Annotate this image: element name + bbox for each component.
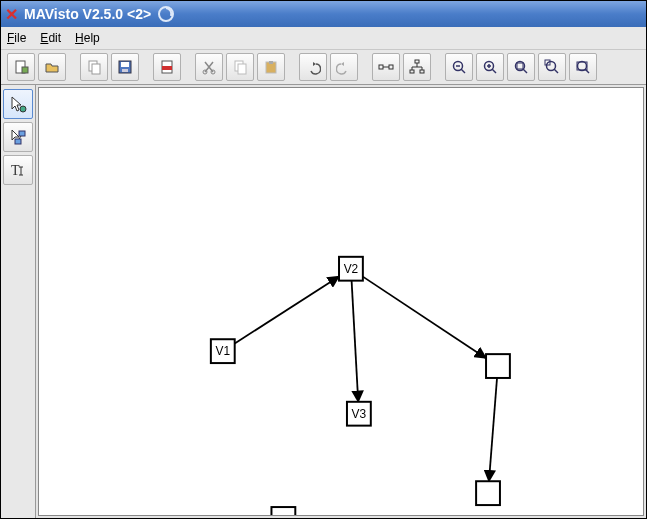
edge-tool-button[interactable]	[3, 122, 33, 152]
svg-rect-31	[517, 63, 523, 69]
menu-edit[interactable]: Edit	[40, 31, 61, 45]
graph-canvas[interactable]: V1V2V3	[38, 87, 644, 516]
graph-node[interactable]: V1	[211, 339, 235, 363]
svg-rect-51	[271, 507, 295, 516]
app-logo-icon	[157, 5, 175, 23]
new-button[interactable]	[7, 53, 35, 81]
svg-rect-4	[92, 64, 100, 74]
window-title: MAVisto V2.5.0 <2>	[24, 6, 151, 22]
svg-rect-19	[415, 60, 419, 63]
svg-line-26	[492, 69, 496, 73]
svg-text:T: T	[11, 163, 20, 178]
svg-rect-21	[420, 70, 424, 73]
pdf-button[interactable]	[153, 53, 181, 81]
text-tool-button[interactable]: T	[3, 155, 33, 185]
svg-rect-13	[238, 64, 246, 74]
svg-rect-7	[122, 69, 128, 72]
paste-button[interactable]	[257, 53, 285, 81]
svg-rect-16	[379, 65, 383, 69]
graph-edge[interactable]	[363, 277, 486, 359]
zoom-fit-button[interactable]	[538, 53, 566, 81]
svg-rect-2	[22, 67, 28, 73]
svg-point-38	[20, 106, 26, 112]
zoom-full-button[interactable]	[569, 53, 597, 81]
svg-rect-39	[19, 131, 25, 136]
select-tool-button[interactable]	[3, 89, 33, 119]
titlebar[interactable]: ✕ MAVisto V2.5.0 <2>	[1, 1, 646, 27]
svg-rect-20	[410, 70, 414, 73]
node-label: V1	[215, 344, 230, 358]
svg-rect-9	[162, 66, 172, 70]
graph-node[interactable]: V3	[347, 402, 371, 426]
link-button[interactable]	[372, 53, 400, 81]
svg-rect-15	[269, 61, 273, 64]
node-label: V3	[352, 407, 367, 421]
graph-edge[interactable]	[352, 281, 359, 402]
svg-line-23	[461, 69, 465, 73]
redo-button[interactable]	[330, 53, 358, 81]
tree-button[interactable]	[403, 53, 431, 81]
zoom-region-button[interactable]	[507, 53, 535, 81]
menubar: File Edit Help	[1, 27, 646, 50]
graph-edge[interactable]	[235, 276, 339, 343]
menu-file[interactable]: File	[7, 31, 26, 45]
svg-line-30	[523, 69, 527, 73]
canvas-container: V1V2V3	[36, 85, 646, 518]
app-window: ✕ MAVisto V2.5.0 <2> File Edit Help	[0, 0, 647, 519]
graph-edge[interactable]	[489, 378, 497, 481]
svg-rect-17	[389, 65, 393, 69]
svg-rect-40	[15, 139, 21, 144]
open-button[interactable]	[38, 53, 66, 81]
toolbar	[1, 50, 646, 85]
graph-node[interactable]: V2	[339, 257, 363, 281]
body: T V1V2V3	[1, 85, 646, 518]
tool-sidebar: T	[1, 85, 36, 518]
close-icon[interactable]: ✕	[5, 5, 18, 24]
graph-node[interactable]	[271, 507, 295, 516]
copy2-button[interactable]	[226, 53, 254, 81]
save-button[interactable]	[111, 53, 139, 81]
zoom-in-button[interactable]	[476, 53, 504, 81]
zoom-out-button[interactable]	[445, 53, 473, 81]
svg-rect-6	[121, 62, 129, 67]
copy-button[interactable]	[80, 53, 108, 81]
node-label: V2	[344, 262, 359, 276]
svg-line-33	[554, 69, 558, 73]
graph-node[interactable]	[486, 354, 510, 378]
svg-rect-49	[486, 354, 510, 378]
svg-rect-50	[476, 481, 500, 505]
menu-help[interactable]: Help	[75, 31, 100, 45]
graph-node[interactable]	[476, 481, 500, 505]
cut-button[interactable]	[195, 53, 223, 81]
undo-button[interactable]	[299, 53, 327, 81]
